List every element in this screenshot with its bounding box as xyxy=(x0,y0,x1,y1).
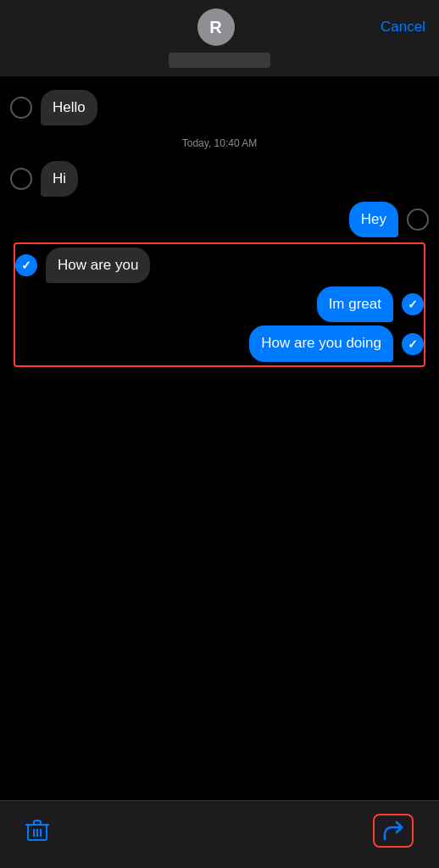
avatar: R xyxy=(197,8,235,46)
select-circle-msg5[interactable]: ✓ xyxy=(402,293,424,315)
select-circle-msg1[interactable] xyxy=(10,97,32,119)
share-button-box xyxy=(373,814,414,848)
header-top: R Cancel xyxy=(14,8,425,53)
share-icon xyxy=(381,819,405,843)
trash-icon xyxy=(25,818,49,843)
bubble-msg4: How are you xyxy=(46,248,150,283)
message-row: ✓ Im great xyxy=(15,287,424,322)
header: R Cancel xyxy=(0,0,439,76)
select-circle-msg3[interactable] xyxy=(407,209,429,231)
select-circle-msg6[interactable]: ✓ xyxy=(402,333,424,355)
message-row: Hey xyxy=(10,202,429,237)
checkmark-icon: ✓ xyxy=(408,298,418,311)
delete-button[interactable] xyxy=(25,818,49,843)
bubble-msg5: Im great xyxy=(317,287,393,322)
checkmark-icon: ✓ xyxy=(21,259,31,272)
bubble-msg2: Hi xyxy=(41,161,78,197)
message-row: ✓ How are you xyxy=(15,248,424,283)
select-circle-msg2[interactable] xyxy=(10,168,32,190)
cancel-button[interactable]: Cancel xyxy=(381,19,425,36)
contact-name-bar xyxy=(169,53,270,68)
checkmark-icon: ✓ xyxy=(408,337,418,351)
message-row: Hello xyxy=(10,90,429,125)
bubble-msg1: Hello xyxy=(41,90,97,125)
bubble-msg6: How are you doing xyxy=(249,326,393,361)
share-button[interactable] xyxy=(381,819,405,843)
timestamp: Today, 10:40 AM xyxy=(10,137,429,149)
bottom-toolbar xyxy=(0,800,439,868)
selection-box: ✓ How are you ✓ Im great ✓ How are you d… xyxy=(14,242,425,366)
bubble-msg3: Hey xyxy=(349,202,398,237)
messages-area: Hello Today, 10:40 AM Hi Hey ✓ How are y… xyxy=(0,76,439,381)
select-circle-msg4[interactable]: ✓ xyxy=(15,254,37,276)
message-row: Hi xyxy=(10,161,429,197)
message-row: ✓ How are you doing xyxy=(15,326,424,361)
